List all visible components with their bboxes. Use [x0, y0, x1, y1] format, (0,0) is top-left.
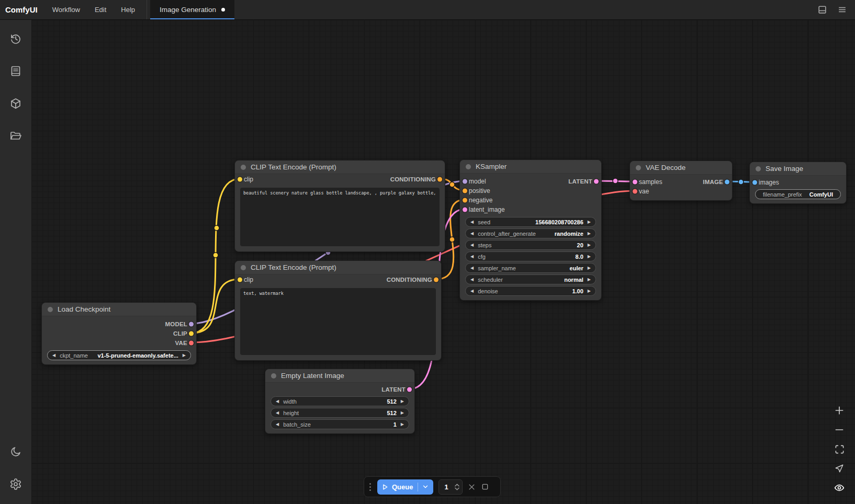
- input-port-negative[interactable]: [463, 198, 467, 203]
- collapse-dot[interactable]: [466, 164, 471, 169]
- prev-arrow-icon[interactable]: ◀: [470, 289, 474, 293]
- settings-button[interactable]: [5, 474, 26, 495]
- output-port-latent[interactable]: [407, 387, 412, 392]
- output-port-conditioning[interactable]: [434, 278, 438, 282]
- next-arrow-icon[interactable]: ▶: [588, 255, 591, 259]
- widget-width[interactable]: ◀ width 512 ▶: [271, 396, 409, 406]
- sidebar-queue-history-button[interactable]: [5, 28, 26, 49]
- menu-workflow[interactable]: Workflow: [45, 0, 87, 19]
- node-clip-text-encode-negative[interactable]: CLIP Text Encode (Prompt) clip CONDITION…: [234, 260, 442, 361]
- node-clip-text-encode-positive[interactable]: CLIP Text Encode (Prompt) clip CONDITION…: [234, 160, 445, 252]
- node-empty-latent-image[interactable]: Empty Latent Image LATENT ◀ width 512 ▶ …: [265, 369, 415, 434]
- node-title-bar[interactable]: VAE Decode: [630, 161, 732, 175]
- node-save-image[interactable]: Save Image images filename_prefix ComfyU…: [749, 162, 847, 204]
- collapse-dot[interactable]: [241, 265, 246, 270]
- zoom-out-button[interactable]: [833, 423, 846, 436]
- tab-image-generation[interactable]: Image Generation: [150, 0, 234, 19]
- input-port-clip[interactable]: [238, 177, 242, 182]
- prev-arrow-icon[interactable]: ◀: [276, 399, 279, 404]
- input-port-images[interactable]: [752, 180, 757, 185]
- input-port-model[interactable]: [463, 179, 467, 184]
- app-logo[interactable]: ComfyUI: [0, 0, 45, 19]
- next-arrow-icon[interactable]: ▶: [588, 232, 591, 236]
- widget-sampler-name[interactable]: ◀ sampler_name euler ▶: [465, 263, 596, 273]
- output-port-latent[interactable]: [594, 179, 599, 184]
- widget-batch-size[interactable]: ◀ batch_size 1 ▶: [271, 419, 409, 429]
- batch-count-input[interactable]: 1: [438, 479, 463, 495]
- output-port-image[interactable]: [725, 180, 729, 185]
- prev-arrow-icon[interactable]: ◀: [276, 422, 279, 427]
- widget-ckpt-name[interactable]: ◀ ckpt_name v1-5-pruned-emaonly.safete..…: [47, 350, 191, 360]
- next-arrow-icon[interactable]: ▶: [401, 411, 404, 415]
- zoom-in-button[interactable]: [833, 404, 846, 417]
- next-arrow-icon[interactable]: ▶: [401, 399, 404, 404]
- fit-view-button[interactable]: [833, 443, 846, 455]
- prev-arrow-icon[interactable]: ◀: [470, 255, 474, 259]
- next-arrow-icon[interactable]: ▶: [588, 220, 591, 224]
- widget-denoise[interactable]: ◀ denoise 1.00 ▶: [465, 286, 596, 296]
- input-port-positive[interactable]: [463, 189, 467, 193]
- queue-drag-handle[interactable]: [368, 482, 372, 492]
- output-port-clip[interactable]: [189, 331, 194, 336]
- next-arrow-icon[interactable]: ▶: [401, 422, 404, 427]
- node-title-bar[interactable]: KSampler: [460, 160, 601, 174]
- queue-button[interactable]: Queue: [377, 479, 433, 495]
- stepper-up-icon[interactable]: [455, 484, 459, 487]
- chevron-down-icon[interactable]: [422, 483, 429, 490]
- output-port-vae[interactable]: [189, 341, 194, 346]
- theme-toggle-button[interactable]: [5, 441, 26, 462]
- sidebar-node-library-button[interactable]: [5, 61, 26, 82]
- node-load-checkpoint[interactable]: Load Checkpoint MODEL CLIP VAE ◀ ckpt_na…: [41, 302, 197, 365]
- prev-arrow-icon[interactable]: ◀: [470, 220, 474, 224]
- prompt-textarea[interactable]: text, watermark: [240, 288, 436, 355]
- sidebar-model-library-button[interactable]: [5, 93, 26, 114]
- collapse-dot[interactable]: [48, 307, 53, 312]
- toggle-link-visibility-button[interactable]: [833, 482, 846, 494]
- input-port-clip[interactable]: [238, 278, 242, 282]
- prev-arrow-icon[interactable]: ◀: [470, 243, 474, 247]
- menu-edit[interactable]: Edit: [87, 0, 114, 19]
- next-arrow-icon[interactable]: ▶: [183, 353, 186, 358]
- widget-control-after-generate[interactable]: ◀ control_after_generate randomize ▶: [465, 228, 596, 238]
- next-arrow-icon[interactable]: ▶: [588, 266, 591, 270]
- input-port-latent-image[interactable]: [463, 208, 467, 212]
- node-title-bar[interactable]: CLIP Text Encode (Prompt): [235, 261, 441, 274]
- main-menu-button[interactable]: [832, 0, 852, 19]
- node-title-bar[interactable]: CLIP Text Encode (Prompt): [235, 161, 445, 174]
- collapse-dot[interactable]: [271, 373, 276, 379]
- widget-scheduler[interactable]: ◀ scheduler normal ▶: [465, 274, 596, 284]
- next-arrow-icon[interactable]: ▶: [588, 278, 591, 282]
- prev-arrow-icon[interactable]: ◀: [470, 232, 474, 236]
- collapse-dot[interactable]: [241, 165, 246, 170]
- stepper-down-icon[interactable]: [455, 487, 459, 490]
- input-port-samples[interactable]: [633, 180, 637, 185]
- widget-height[interactable]: ◀ height 512 ▶: [271, 408, 409, 418]
- bottom-panel-toggle-button[interactable]: [812, 0, 832, 19]
- output-port-model[interactable]: [189, 322, 194, 327]
- menu-help[interactable]: Help: [114, 0, 142, 19]
- collapse-dot[interactable]: [636, 165, 641, 170]
- prompt-textarea[interactable]: beautiful scenery nature glass bottle la…: [240, 188, 440, 246]
- next-arrow-icon[interactable]: ▶: [588, 289, 591, 293]
- node-ksampler[interactable]: KSampler model LATENT positive negative …: [459, 159, 602, 301]
- collapse-dot[interactable]: [756, 166, 761, 171]
- widget-filename-prefix[interactable]: filename_prefix ComfyUI: [755, 189, 841, 199]
- widget-seed[interactable]: ◀ seed 156680208700286 ▶: [465, 217, 596, 227]
- node-title-bar[interactable]: Load Checkpoint: [42, 303, 196, 316]
- stop-button[interactable]: [481, 483, 489, 491]
- prev-arrow-icon[interactable]: ◀: [470, 278, 474, 282]
- sidebar-workflows-button[interactable]: [5, 125, 26, 146]
- widget-steps[interactable]: ◀ steps 20 ▶: [465, 240, 596, 250]
- widget-cfg[interactable]: ◀ cfg 8.0 ▶: [465, 251, 596, 261]
- input-port-vae[interactable]: [633, 189, 637, 194]
- node-title-bar[interactable]: Save Image: [750, 162, 846, 176]
- prev-arrow-icon[interactable]: ◀: [52, 353, 55, 358]
- prev-arrow-icon[interactable]: ◀: [276, 411, 279, 415]
- output-port-conditioning[interactable]: [437, 177, 442, 182]
- node-title-bar[interactable]: Empty Latent Image: [265, 369, 414, 383]
- clear-queue-button[interactable]: [468, 483, 476, 491]
- node-canvas[interactable]: Load Checkpoint MODEL CLIP VAE ◀ ckpt_na…: [31, 20, 855, 504]
- select-mode-button[interactable]: [833, 462, 846, 475]
- next-arrow-icon[interactable]: ▶: [588, 243, 591, 247]
- prev-arrow-icon[interactable]: ◀: [470, 266, 474, 270]
